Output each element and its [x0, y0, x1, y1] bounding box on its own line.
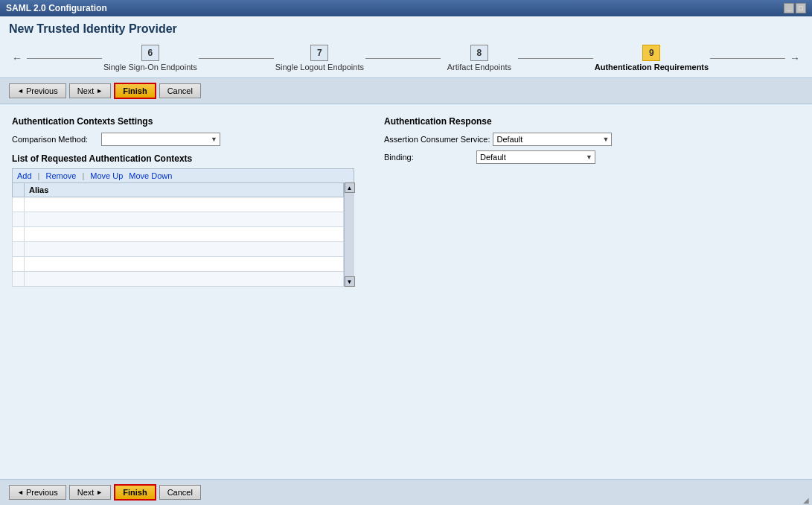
- binding-select-wrapper: Default POST Redirect Artifact: [476, 150, 595, 164]
- step-9-number: 9: [642, 45, 660, 61]
- content-area: Authentication Contexts Settings Compari…: [0, 104, 812, 479]
- wizard-left-arrow: ←: [12, 52, 22, 64]
- wizard-right-arrow: →: [790, 52, 800, 64]
- sep-1: |: [38, 171, 40, 180]
- table-row: [13, 197, 344, 212]
- auth-response-title: Authentication Response: [384, 116, 800, 127]
- title-bar-text: SAML 2.0 Configuration: [6, 3, 107, 13]
- comparison-method-row: Comparison Method: Exact Minimum Maximum…: [12, 133, 354, 146]
- step-9-label: Authentication Requirements: [595, 63, 709, 72]
- alias-header: Alias: [25, 183, 344, 197]
- page-title: New Trusted Identity Provider: [9, 22, 803, 36]
- wizard-line-3: [365, 58, 441, 59]
- list-table-area: Alias: [12, 182, 354, 287]
- row-selector-header: [13, 183, 25, 197]
- comparison-method-label: Comparison Method:: [12, 135, 101, 144]
- wizard-line-1: [27, 58, 102, 59]
- wizard-line-4: [518, 58, 593, 59]
- sep-2: |: [82, 171, 84, 180]
- binding-row: Binding: Default POST Redirect Artifact: [384, 150, 800, 164]
- title-bar-buttons: _ □: [784, 3, 806, 13]
- assertion-consumer-label: Assertion Consumer Service:: [384, 135, 490, 144]
- step-9: 9 Authentication Requirements: [595, 45, 709, 72]
- maximize-button[interactable]: □: [796, 3, 806, 13]
- row-sel-5: [13, 257, 25, 272]
- row-sel-6: [13, 272, 25, 287]
- comparison-method-select-wrapper: Exact Minimum Maximum Better: [101, 133, 220, 146]
- alias-cell-5: [25, 257, 344, 272]
- alias-cell-1: [25, 197, 344, 212]
- title-bar: SAML 2.0 Configuration _ □: [0, 0, 812, 16]
- top-next-button[interactable]: Next: [69, 83, 112, 98]
- top-toolbar: Previous Next Finish Cancel: [0, 78, 812, 104]
- top-previous-button[interactable]: Previous: [9, 83, 66, 98]
- bottom-finish-button[interactable]: Finish: [114, 484, 156, 501]
- table-row: [13, 242, 344, 257]
- add-button[interactable]: Add: [17, 171, 32, 180]
- scroll-up-button[interactable]: ▲: [345, 182, 355, 193]
- step-8-number: 8: [470, 45, 488, 61]
- list-toolbar: Add | Remove | Move Up Move Down: [12, 168, 354, 182]
- right-panel: Authentication Response Assertion Consum…: [384, 116, 800, 467]
- remove-button[interactable]: Remove: [45, 171, 76, 180]
- move-up-button[interactable]: Move Up: [90, 171, 123, 180]
- step-7: 7 Single Logout Endpoints: [275, 45, 364, 72]
- step-6-label: Single Sign-On Endpoints: [103, 63, 197, 72]
- minimize-button[interactable]: _: [784, 3, 794, 13]
- table-row: [13, 257, 344, 272]
- row-sel-3: [13, 227, 25, 242]
- step-8: 8 Artifact Endpoints: [442, 45, 517, 72]
- page-header: New Trusted Identity Provider ← 6 Single…: [0, 16, 812, 78]
- row-sel-4: [13, 242, 25, 257]
- table-row: [13, 227, 344, 242]
- bottom-toolbar: Previous Next Finish Cancel: [0, 479, 812, 505]
- list-section-title: List of Requested Authentication Context…: [12, 153, 354, 164]
- alias-cell-3: [25, 227, 344, 242]
- auth-contexts-title: Authentication Contexts Settings: [12, 116, 354, 127]
- top-cancel-button[interactable]: Cancel: [159, 83, 201, 98]
- alias-cell-4: [25, 242, 344, 257]
- vertical-scrollbar[interactable]: ▲ ▼: [344, 182, 354, 287]
- main-container: New Trusted Identity Provider ← 6 Single…: [0, 16, 812, 505]
- alias-cell-2: [25, 212, 344, 227]
- wizard-line-5: [710, 58, 785, 59]
- step-7-label: Single Logout Endpoints: [275, 63, 364, 72]
- step-6: 6 Single Sign-On Endpoints: [103, 45, 197, 72]
- bottom-cancel-button[interactable]: Cancel: [159, 485, 201, 500]
- binding-label: Binding:: [384, 153, 473, 162]
- step-8-label: Artifact Endpoints: [447, 63, 511, 72]
- comparison-method-select[interactable]: Exact Minimum Maximum Better: [101, 133, 220, 146]
- row-sel-2: [13, 212, 25, 227]
- table-row: [13, 272, 344, 287]
- left-panel: Authentication Contexts Settings Compari…: [12, 116, 354, 467]
- resize-handle[interactable]: ◢: [803, 496, 812, 505]
- table-row: [13, 212, 344, 227]
- binding-select[interactable]: Default POST Redirect Artifact: [476, 150, 595, 164]
- move-down-button[interactable]: Move Down: [129, 171, 172, 180]
- assertion-consumer-row: Assertion Consumer Service: Default POST…: [384, 133, 800, 146]
- step-6-number: 6: [141, 45, 159, 61]
- assertion-consumer-select[interactable]: Default POST Artifact: [493, 133, 612, 146]
- wizard-line-2: [199, 58, 274, 59]
- wizard-steps: ← 6 Single Sign-On Endpoints 7 Single Lo…: [9, 42, 803, 74]
- scroll-down-button[interactable]: ▼: [345, 276, 355, 287]
- alias-cell-6: [25, 272, 344, 287]
- list-table: Alias: [12, 182, 344, 287]
- row-sel-1: [13, 197, 25, 212]
- bottom-next-button[interactable]: Next: [69, 485, 112, 500]
- assertion-consumer-select-wrapper: Default POST Artifact: [493, 133, 612, 146]
- step-7-number: 7: [310, 45, 328, 61]
- top-finish-button[interactable]: Finish: [114, 83, 156, 99]
- bottom-previous-button[interactable]: Previous: [9, 485, 66, 500]
